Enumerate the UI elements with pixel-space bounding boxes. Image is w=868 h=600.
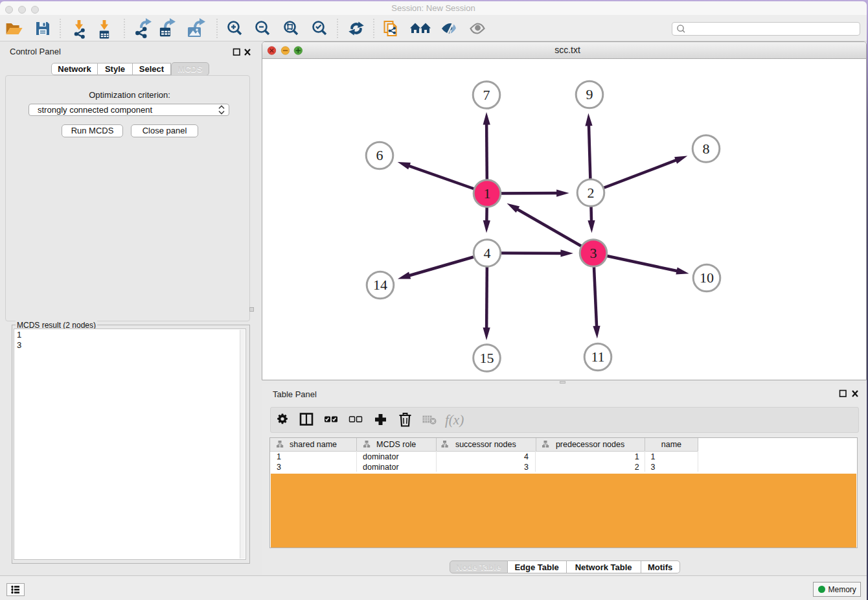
svg-text:2: 2 bbox=[588, 185, 595, 201]
svg-text:10: 10 bbox=[700, 270, 714, 286]
svg-text:4: 4 bbox=[484, 245, 491, 261]
svg-text:3: 3 bbox=[590, 245, 597, 261]
svg-text:1: 1 bbox=[484, 185, 491, 202]
svg-text:7: 7 bbox=[483, 87, 490, 103]
svg-text:14: 14 bbox=[373, 277, 387, 293]
svg-text:15: 15 bbox=[480, 350, 494, 366]
svg-text:6: 6 bbox=[376, 147, 383, 163]
svg-text:f(x): f(x) bbox=[445, 412, 464, 428]
svg-text:11: 11 bbox=[591, 349, 604, 365]
svg-text:9: 9 bbox=[586, 86, 593, 102]
svg-text:8: 8 bbox=[703, 141, 710, 157]
